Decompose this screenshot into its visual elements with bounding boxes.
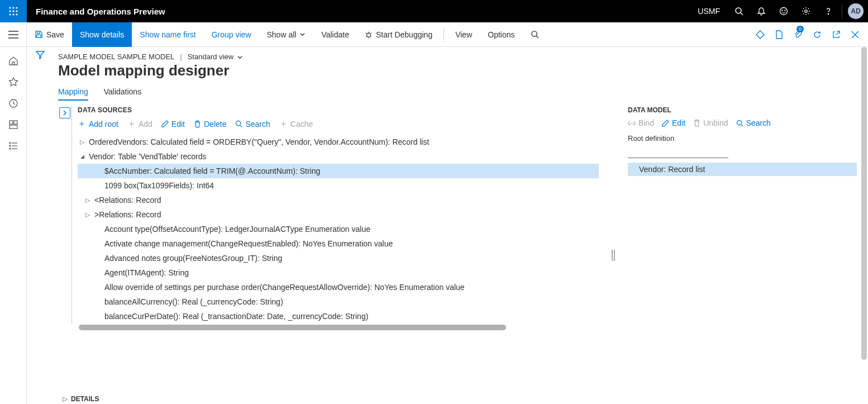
start-debugging-button[interactable]: Start Debugging: [357, 22, 440, 47]
svg-rect-27: [9, 125, 17, 129]
dm-tree-row[interactable]: Vendor: Record list: [628, 163, 857, 176]
filter-button[interactable]: [36, 50, 45, 404]
delete-button[interactable]: Delete: [194, 118, 226, 129]
tree-row[interactable]: ▷<Relations: Record: [78, 193, 599, 207]
splitter[interactable]: [610, 106, 617, 404]
svg-line-21: [536, 36, 538, 38]
tree-row[interactable]: ▷$AccNumber: Calculated field = TRIM(@.A…: [78, 164, 599, 178]
app-launcher[interactable]: [0, 0, 27, 22]
dm-edit-button[interactable]: Edit: [662, 118, 685, 127]
tree-row[interactable]: ▷OrderedVendors: Calculated field = ORDE…: [78, 135, 599, 149]
svg-point-9: [736, 8, 741, 13]
caret-right-icon[interactable]: ▷: [84, 193, 91, 207]
validate-button[interactable]: Validate: [313, 22, 357, 47]
tree-row[interactable]: ▷balanceAllCurrency(): Real (_currencyCo…: [78, 294, 599, 309]
svg-point-7: [12, 13, 14, 15]
tab-validations[interactable]: Validations: [104, 87, 141, 101]
bind-label: Bind: [638, 118, 654, 127]
user-avatar[interactable]: AD: [848, 3, 864, 19]
tree-row-label: $AccNumber: Calculated field = TRIM(@.Ac…: [104, 164, 320, 178]
feedback-button[interactable]: [772, 0, 795, 22]
nav-workspaces[interactable]: [0, 114, 27, 135]
ds-toolbar: ＋Add root ＋Add Edit Delete Search ＋Cache: [78, 118, 599, 129]
details-section[interactable]: ▷ DETAILS: [58, 391, 99, 403]
root-definition-input[interactable]: [628, 146, 728, 158]
tree-row[interactable]: ▷balanceCurPerDate(): Real (_transaction…: [78, 309, 599, 324]
attachments-badge: 0: [797, 26, 804, 32]
settings-button[interactable]: [795, 0, 817, 22]
view-selector[interactable]: Standard view: [188, 53, 243, 61]
show-name-first-button[interactable]: Show name first: [132, 22, 203, 47]
data-sources-tree[interactable]: ▷OrderedVendors: Calculated field = ORDE…: [78, 135, 599, 324]
popout-button[interactable]: [827, 22, 846, 47]
edit-button[interactable]: Edit: [161, 118, 185, 129]
related-button[interactable]: [751, 22, 770, 47]
app-title: Finance and Operations Preview: [27, 7, 174, 16]
caret-right-icon[interactable]: ▷: [84, 207, 91, 222]
show-all-button[interactable]: Show all: [259, 22, 314, 47]
tree-row[interactable]: ▷1099 box(Tax1099Fields): Int64: [78, 178, 599, 193]
grid-icon: [8, 120, 18, 130]
view-button[interactable]: View: [447, 22, 480, 47]
svg-point-20: [531, 31, 536, 36]
close-icon: [851, 31, 859, 39]
data-model-panel: DATA MODEL Bind Edit Unbind Search Root …: [628, 106, 857, 404]
options-button[interactable]: Options: [480, 22, 522, 47]
tree-row[interactable]: ▷Advanced notes group(FreeNotesGroup_IT)…: [78, 251, 599, 265]
dm-search-label: Search: [746, 118, 771, 127]
notifications-button[interactable]: [750, 0, 772, 22]
horizontal-scrollbar[interactable]: [79, 325, 506, 330]
help-button[interactable]: [817, 0, 840, 22]
search-icon: [235, 120, 242, 127]
open-in-new-button[interactable]: [770, 22, 789, 47]
nav-favorites[interactable]: [0, 72, 27, 93]
start-debugging-label: Start Debugging: [376, 30, 432, 39]
show-details-button[interactable]: Show details: [72, 22, 132, 47]
svg-point-19: [366, 33, 370, 37]
tree-row[interactable]: ▷>Relations: Record: [78, 207, 599, 222]
caret-down-icon[interactable]: ◢: [79, 149, 85, 164]
tree-row[interactable]: ▷Activate change management(ChangeReques…: [78, 236, 599, 251]
cmd-search-button[interactable]: [523, 22, 547, 47]
tree-row-label: OrderedVendors: Calculated field = ORDER…: [89, 135, 430, 149]
nav-recent[interactable]: [0, 93, 27, 114]
svg-point-3: [9, 10, 11, 12]
list-icon: [8, 141, 18, 151]
nav-home[interactable]: [0, 50, 27, 72]
popout-icon: [832, 30, 841, 39]
caret-right-icon[interactable]: ▷: [79, 135, 85, 149]
group-view-button[interactable]: Group view: [204, 22, 259, 47]
view-label: Standard view: [188, 53, 233, 61]
svg-point-8: [16, 13, 17, 15]
vertical-scrollbar[interactable]: [861, 47, 867, 360]
bind-button: Bind: [628, 118, 654, 127]
nav-modules[interactable]: [0, 135, 27, 156]
add-root-button[interactable]: ＋Add root: [78, 118, 118, 129]
tree-row[interactable]: ▷Allow override of settings per purchase…: [78, 280, 599, 294]
divider: [842, 4, 842, 18]
dm-search-button[interactable]: Search: [736, 118, 771, 127]
tree-row[interactable]: ▷Agent(ITMAgent): String: [78, 265, 599, 280]
tree-row[interactable]: ▷Account type(OffsetAccountType): Ledger…: [78, 222, 599, 236]
close-button[interactable]: [846, 22, 865, 47]
nav-toggle[interactable]: [0, 22, 27, 47]
svg-point-15: [828, 13, 828, 14]
svg-point-1: [12, 7, 14, 8]
save-icon: [35, 30, 43, 39]
refresh-button[interactable]: [808, 22, 827, 47]
search-icon: [736, 120, 743, 127]
tree-row[interactable]: ◢Vendor: Table 'VendTable' records: [78, 149, 599, 164]
tree-row-label: >Relations: Record: [94, 207, 161, 222]
svg-line-10: [741, 13, 743, 15]
cache-label: Cache: [290, 120, 313, 129]
org-label[interactable]: USMF: [690, 7, 728, 16]
attachments-button[interactable]: 0: [789, 22, 808, 47]
details-label: DETAILS: [71, 395, 99, 403]
search-ds-button[interactable]: Search: [235, 118, 270, 129]
tab-mapping[interactable]: Mapping: [58, 87, 88, 101]
svg-point-11: [780, 8, 788, 15]
expand-types-button[interactable]: [59, 107, 70, 118]
save-button[interactable]: Save: [27, 22, 72, 47]
show-details-label: Show details: [80, 30, 124, 39]
search-button[interactable]: [728, 0, 750, 22]
